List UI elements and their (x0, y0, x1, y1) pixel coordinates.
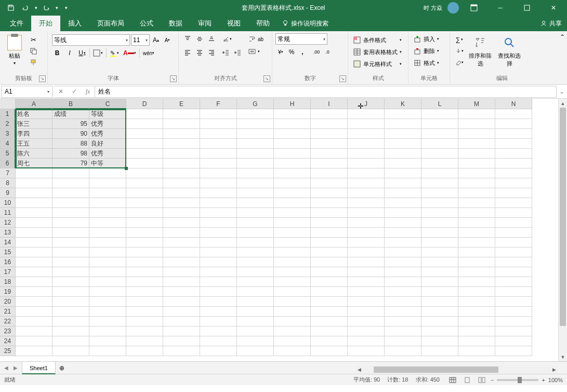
conditional-formatting-button[interactable]: 条件格式▾ (351, 34, 403, 46)
bold-button[interactable]: B (52, 48, 62, 58)
cell[interactable] (495, 109, 532, 119)
cell-styles-button[interactable]: 单元格样式▾ (351, 58, 403, 70)
cell[interactable] (274, 119, 311, 129)
cell[interactable] (458, 129, 495, 139)
column-header-J[interactable]: J (348, 99, 385, 109)
cell[interactable] (200, 297, 237, 307)
cell[interactable] (385, 238, 421, 247)
cell[interactable] (163, 218, 200, 228)
cell[interactable] (126, 109, 163, 119)
cell[interactable] (458, 188, 495, 198)
cell[interactable] (458, 238, 495, 247)
zoom-in-button[interactable]: + (542, 377, 545, 383)
cell[interactable] (200, 188, 237, 198)
cell[interactable] (200, 228, 237, 238)
cell[interactable] (89, 277, 126, 287)
cell[interactable] (52, 257, 89, 267)
cell[interactable] (274, 188, 311, 198)
cell[interactable] (495, 257, 532, 267)
column-header-N[interactable]: N (495, 99, 532, 109)
cell[interactable] (200, 336, 237, 346)
cell[interactable] (126, 297, 163, 307)
vertical-scrollbar[interactable]: ▲ ▼ (558, 99, 567, 361)
cell[interactable] (348, 257, 385, 267)
decrease-indent-button[interactable] (220, 47, 232, 58)
cell[interactable] (458, 168, 495, 178)
cell[interactable] (495, 297, 532, 307)
cell[interactable] (200, 159, 237, 168)
cell[interactable] (89, 228, 126, 238)
column-header-F[interactable]: F (200, 99, 237, 109)
cell[interactable] (311, 109, 348, 119)
scroll-right-button[interactable]: ▶ (550, 367, 558, 372)
cell[interactable] (237, 287, 274, 297)
alignment-dialog-launcher[interactable]: ↘ (263, 75, 270, 82)
cell[interactable] (274, 178, 311, 188)
cell[interactable] (274, 307, 311, 317)
cell[interactable] (458, 247, 495, 257)
enter-formula-button[interactable]: ✓ (68, 86, 81, 97)
scroll-down-button[interactable]: ▼ (559, 352, 567, 361)
align-top-button[interactable] (182, 33, 193, 45)
copy-button[interactable] (28, 46, 38, 56)
font-size-combo[interactable]: 11▾ (131, 34, 150, 46)
cell[interactable] (89, 178, 126, 188)
cell[interactable] (274, 297, 311, 307)
cell[interactable] (274, 346, 311, 356)
collapse-ribbon-button[interactable]: ⌃ (560, 33, 565, 41)
redo-button[interactable] (39, 1, 53, 15)
cell[interactable] (126, 159, 163, 168)
cell[interactable] (421, 346, 458, 356)
cell[interactable] (495, 119, 532, 129)
cell[interactable] (458, 109, 495, 119)
cell[interactable] (274, 149, 311, 159)
save-button[interactable] (4, 1, 18, 15)
cell[interactable] (16, 168, 52, 178)
cell[interactable] (16, 287, 52, 297)
row-header-9[interactable]: 9 (0, 188, 16, 198)
cell[interactable] (495, 159, 532, 168)
cell[interactable] (200, 326, 237, 336)
cell[interactable] (348, 228, 385, 238)
tab-insert[interactable]: 插入 (60, 16, 89, 31)
cell[interactable] (16, 336, 52, 346)
row-header-8[interactable]: 8 (0, 178, 16, 188)
cell[interactable] (16, 247, 52, 257)
cell[interactable] (163, 257, 200, 267)
cell[interactable] (421, 139, 458, 149)
cell[interactable] (16, 326, 52, 336)
scroll-left-button[interactable]: ◀ (355, 367, 363, 372)
find-select-button[interactable]: 查找和选择 (495, 33, 524, 69)
cell[interactable] (163, 109, 200, 119)
cell[interactable] (495, 317, 532, 326)
cell[interactable]: 等级 (89, 109, 126, 119)
format-cells-button[interactable]: 格式▾ (412, 57, 441, 69)
row-header-5[interactable]: 5 (0, 149, 16, 159)
cell[interactable] (311, 188, 348, 198)
tab-file[interactable]: 文件 (2, 16, 31, 31)
undo-dropdown-icon[interactable]: ▾ (33, 5, 38, 10)
scroll-up-button[interactable]: ▲ (559, 99, 567, 108)
cell[interactable] (237, 247, 274, 257)
cell[interactable] (89, 317, 126, 326)
cell[interactable] (458, 346, 495, 356)
cell[interactable] (237, 277, 274, 287)
cell[interactable] (126, 238, 163, 247)
cell[interactable] (274, 277, 311, 287)
cell[interactable] (237, 178, 274, 188)
align-center-button[interactable] (194, 47, 205, 58)
cell[interactable] (16, 238, 52, 247)
cell[interactable] (126, 149, 163, 159)
cell[interactable] (237, 129, 274, 139)
cell[interactable] (458, 307, 495, 317)
row-header-15[interactable]: 15 (0, 247, 16, 257)
cancel-formula-button[interactable]: ✕ (54, 86, 68, 97)
cell[interactable] (126, 188, 163, 198)
cell[interactable] (421, 119, 458, 129)
row-header-2[interactable]: 2 (0, 119, 16, 129)
tab-home[interactable]: 开始 (31, 16, 60, 31)
cell[interactable] (421, 208, 458, 218)
cell[interactable] (163, 267, 200, 277)
cell[interactable] (237, 139, 274, 149)
cell[interactable] (495, 267, 532, 277)
